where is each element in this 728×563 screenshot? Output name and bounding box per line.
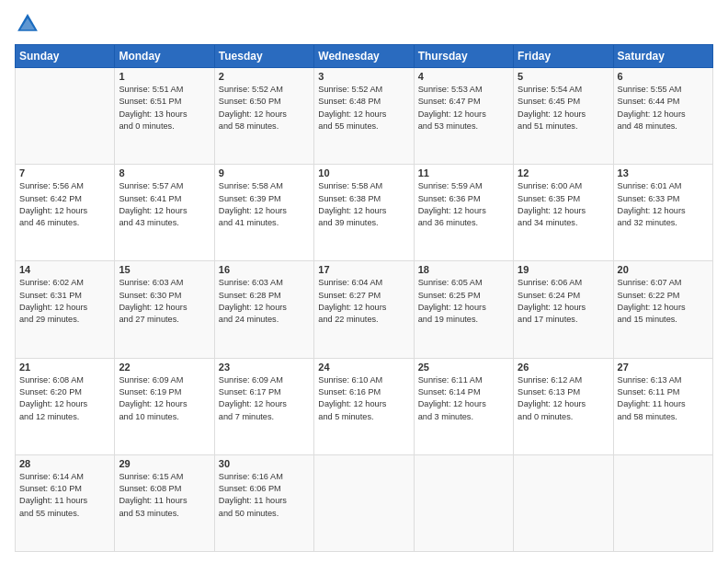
calendar-header-wednesday: Wednesday xyxy=(314,45,414,68)
calendar-header-monday: Monday xyxy=(115,45,214,68)
day-number: 29 xyxy=(119,458,210,469)
day-info: Sunrise: 5:58 AMSunset: 6:38 PMDaylight:… xyxy=(318,180,409,229)
calendar-cell-4-4: 24Sunrise: 6:10 AMSunset: 6:16 PMDayligh… xyxy=(314,358,414,454)
day-info: Sunrise: 5:52 AMSunset: 6:48 PMDaylight:… xyxy=(318,84,409,132)
day-info: Sunrise: 6:13 AMSunset: 6:11 PMDaylight:… xyxy=(618,374,709,423)
calendar-cell-4-3: 23Sunrise: 6:09 AMSunset: 6:17 PMDayligh… xyxy=(214,358,313,454)
calendar-week-5: 28Sunrise: 6:14 AMSunset: 6:10 PMDayligh… xyxy=(16,454,713,551)
calendar-cell-4-5: 25Sunrise: 6:11 AMSunset: 6:14 PMDayligh… xyxy=(414,358,513,454)
calendar-body: 1Sunrise: 5:51 AMSunset: 6:51 PMDaylight… xyxy=(16,68,713,552)
calendar-cell-1-6: 5Sunrise: 5:54 AMSunset: 6:45 PMDaylight… xyxy=(514,68,613,165)
calendar-cell-3-2: 15Sunrise: 6:03 AMSunset: 6:30 PMDayligh… xyxy=(115,261,214,358)
day-info: Sunrise: 6:07 AMSunset: 6:22 PMDaylight:… xyxy=(618,277,709,326)
day-number: 24 xyxy=(318,362,409,373)
day-number: 1 xyxy=(119,71,210,82)
day-info: Sunrise: 6:03 AMSunset: 6:28 PMDaylight:… xyxy=(219,277,310,326)
calendar-cell-1-7: 6Sunrise: 5:55 AMSunset: 6:44 PMDaylight… xyxy=(613,68,712,165)
calendar-cell-1-4: 3Sunrise: 5:52 AMSunset: 6:48 PMDaylight… xyxy=(314,68,414,165)
calendar-cell-3-6: 19Sunrise: 6:06 AMSunset: 6:24 PMDayligh… xyxy=(514,261,613,358)
day-number: 16 xyxy=(219,264,310,275)
day-number: 10 xyxy=(318,167,409,178)
calendar-cell-2-6: 12Sunrise: 6:00 AMSunset: 6:35 PMDayligh… xyxy=(514,165,613,261)
day-info: Sunrise: 6:00 AMSunset: 6:35 PMDaylight:… xyxy=(518,180,609,229)
day-info: Sunrise: 6:04 AMSunset: 6:27 PMDaylight:… xyxy=(318,277,409,326)
day-info: Sunrise: 5:59 AMSunset: 6:36 PMDaylight:… xyxy=(418,180,509,229)
calendar-cell-5-1: 28Sunrise: 6:14 AMSunset: 6:10 PMDayligh… xyxy=(16,454,115,551)
calendar-cell-2-2: 8Sunrise: 5:57 AMSunset: 6:41 PMDaylight… xyxy=(115,165,214,261)
calendar-cell-4-7: 27Sunrise: 6:13 AMSunset: 6:11 PMDayligh… xyxy=(613,358,712,454)
day-number: 17 xyxy=(318,264,409,275)
day-number: 23 xyxy=(219,362,310,373)
calendar-header-thursday: Thursday xyxy=(414,45,513,68)
day-info: Sunrise: 6:14 AMSunset: 6:10 PMDaylight:… xyxy=(19,471,110,520)
day-number: 4 xyxy=(418,71,509,82)
calendar-cell-5-6 xyxy=(514,454,613,551)
calendar-cell-4-6: 26Sunrise: 6:12 AMSunset: 6:13 PMDayligh… xyxy=(514,358,613,454)
calendar-header-friday: Friday xyxy=(514,45,613,68)
calendar-header-tuesday: Tuesday xyxy=(214,45,313,68)
calendar-cell-3-1: 14Sunrise: 6:02 AMSunset: 6:31 PMDayligh… xyxy=(16,261,115,358)
day-info: Sunrise: 6:15 AMSunset: 6:08 PMDaylight:… xyxy=(119,471,210,520)
day-number: 19 xyxy=(518,264,609,275)
calendar-cell-1-5: 4Sunrise: 5:53 AMSunset: 6:47 PMDaylight… xyxy=(414,68,513,165)
page: SundayMondayTuesdayWednesdayThursdayFrid… xyxy=(0,0,728,563)
calendar-cell-2-3: 9Sunrise: 5:58 AMSunset: 6:39 PMDaylight… xyxy=(214,165,313,261)
day-info: Sunrise: 6:09 AMSunset: 6:19 PMDaylight:… xyxy=(119,374,210,423)
day-number: 8 xyxy=(119,167,210,178)
day-number: 15 xyxy=(119,264,210,275)
day-info: Sunrise: 6:09 AMSunset: 6:17 PMDaylight:… xyxy=(219,374,310,423)
day-info: Sunrise: 6:06 AMSunset: 6:24 PMDaylight:… xyxy=(518,277,609,326)
calendar-cell-3-5: 18Sunrise: 6:05 AMSunset: 6:25 PMDayligh… xyxy=(414,261,513,358)
logo xyxy=(15,11,44,37)
calendar: SundayMondayTuesdayWednesdayThursdayFrid… xyxy=(15,44,713,552)
calendar-cell-1-3: 2Sunrise: 5:52 AMSunset: 6:50 PMDaylight… xyxy=(214,68,313,165)
day-info: Sunrise: 5:58 AMSunset: 6:39 PMDaylight:… xyxy=(219,180,310,229)
day-number: 9 xyxy=(219,167,310,178)
calendar-week-4: 21Sunrise: 6:08 AMSunset: 6:20 PMDayligh… xyxy=(16,358,713,454)
day-info: Sunrise: 5:51 AMSunset: 6:51 PMDaylight:… xyxy=(119,84,210,132)
day-info: Sunrise: 5:52 AMSunset: 6:50 PMDaylight:… xyxy=(219,84,310,132)
day-info: Sunrise: 6:12 AMSunset: 6:13 PMDaylight:… xyxy=(518,374,609,423)
day-info: Sunrise: 6:11 AMSunset: 6:14 PMDaylight:… xyxy=(418,374,509,423)
day-number: 21 xyxy=(19,362,110,373)
day-number: 18 xyxy=(418,264,509,275)
calendar-cell-2-1: 7Sunrise: 5:56 AMSunset: 6:42 PMDaylight… xyxy=(16,165,115,261)
calendar-header-row: SundayMondayTuesdayWednesdayThursdayFrid… xyxy=(16,45,713,68)
calendar-cell-3-7: 20Sunrise: 6:07 AMSunset: 6:22 PMDayligh… xyxy=(613,261,712,358)
day-number: 2 xyxy=(219,71,310,82)
calendar-week-3: 14Sunrise: 6:02 AMSunset: 6:31 PMDayligh… xyxy=(16,261,713,358)
calendar-cell-5-4 xyxy=(314,454,414,551)
day-info: Sunrise: 6:02 AMSunset: 6:31 PMDaylight:… xyxy=(19,277,110,326)
calendar-cell-3-4: 17Sunrise: 6:04 AMSunset: 6:27 PMDayligh… xyxy=(314,261,414,358)
day-number: 27 xyxy=(618,362,709,373)
day-number: 30 xyxy=(219,458,310,469)
day-info: Sunrise: 5:54 AMSunset: 6:45 PMDaylight:… xyxy=(518,84,609,132)
calendar-cell-4-2: 22Sunrise: 6:09 AMSunset: 6:19 PMDayligh… xyxy=(115,358,214,454)
logo-icon xyxy=(15,11,40,37)
calendar-cell-4-1: 21Sunrise: 6:08 AMSunset: 6:20 PMDayligh… xyxy=(16,358,115,454)
day-number: 6 xyxy=(618,71,709,82)
day-info: Sunrise: 6:03 AMSunset: 6:30 PMDaylight:… xyxy=(119,277,210,326)
day-info: Sunrise: 6:01 AMSunset: 6:33 PMDaylight:… xyxy=(618,180,709,229)
calendar-cell-3-3: 16Sunrise: 6:03 AMSunset: 6:28 PMDayligh… xyxy=(214,261,313,358)
day-number: 11 xyxy=(418,167,509,178)
day-number: 28 xyxy=(19,458,110,469)
day-number: 13 xyxy=(618,167,709,178)
day-number: 14 xyxy=(19,264,110,275)
day-number: 12 xyxy=(518,167,609,178)
calendar-cell-5-2: 29Sunrise: 6:15 AMSunset: 6:08 PMDayligh… xyxy=(115,454,214,551)
calendar-week-1: 1Sunrise: 5:51 AMSunset: 6:51 PMDaylight… xyxy=(16,68,713,165)
day-info: Sunrise: 5:57 AMSunset: 6:41 PMDaylight:… xyxy=(119,180,210,229)
day-number: 26 xyxy=(518,362,609,373)
day-number: 25 xyxy=(418,362,509,373)
calendar-header-saturday: Saturday xyxy=(613,45,712,68)
day-number: 22 xyxy=(119,362,210,373)
calendar-cell-5-7 xyxy=(613,454,712,551)
day-number: 7 xyxy=(19,167,110,178)
day-info: Sunrise: 5:56 AMSunset: 6:42 PMDaylight:… xyxy=(19,180,110,229)
calendar-cell-1-1 xyxy=(16,68,115,165)
day-info: Sunrise: 6:16 AMSunset: 6:06 PMDaylight:… xyxy=(219,471,310,520)
header xyxy=(15,11,713,37)
calendar-week-2: 7Sunrise: 5:56 AMSunset: 6:42 PMDaylight… xyxy=(16,165,713,261)
calendar-cell-2-4: 10Sunrise: 5:58 AMSunset: 6:38 PMDayligh… xyxy=(314,165,414,261)
